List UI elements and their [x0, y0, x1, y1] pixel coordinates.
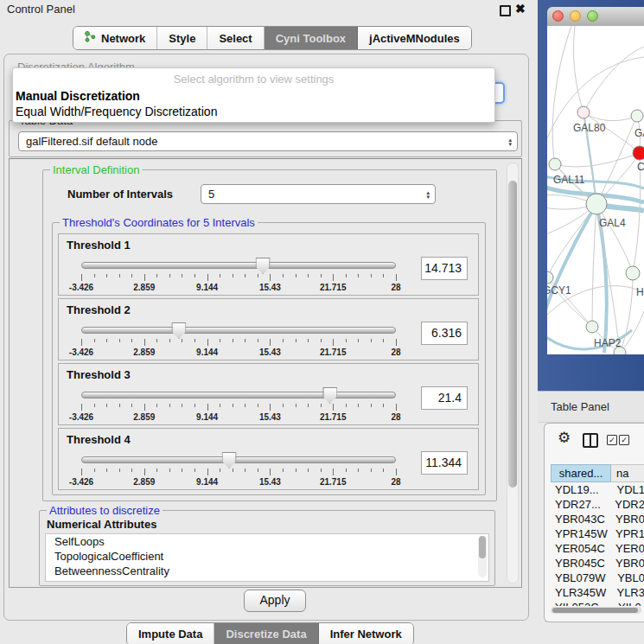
scrollbar-thumb[interactable]	[508, 181, 517, 488]
network-window-titlebar[interactable]	[547, 7, 644, 27]
number-of-intervals-combobox[interactable]: 5 ▴▾	[201, 184, 436, 204]
slider-track[interactable]	[81, 392, 396, 399]
slider-tick	[333, 404, 334, 411]
close-icon[interactable]: ✖	[515, 2, 526, 16]
table-row[interactable]: YLR345WYLR3	[551, 585, 644, 600]
cell-shared-name[interactable]: YIL052C	[551, 601, 611, 606]
slider-track[interactable]	[81, 327, 396, 334]
control-panel-title: Control Panel	[7, 3, 75, 16]
cell-shared-name[interactable]: YBL079W	[551, 571, 610, 584]
cell-shared-name[interactable]: YPR145W	[551, 527, 609, 540]
scrollbar-thumb[interactable]	[552, 608, 638, 613]
threshold-slider[interactable]: -3.4262.8599.14415.4321.71528	[81, 322, 396, 358]
cell-name[interactable]: YDL1	[609, 483, 644, 496]
scrollbar-thumb[interactable]	[479, 536, 486, 558]
cell-name[interactable]: YLR3	[609, 586, 644, 599]
threshold-value-field[interactable]: 6.316	[421, 322, 468, 345]
tab-jactivemnodules[interactable]: jActiveMNodules	[358, 27, 471, 49]
checkbox-icon[interactable]: ✓	[619, 435, 629, 445]
cell-shared-name[interactable]: YBR045C	[551, 557, 609, 570]
cell-name[interactable]: YER0	[609, 542, 644, 555]
column-header-shared[interactable]: shared...	[551, 464, 611, 482]
tab-infer-network[interactable]: Infer Network	[319, 623, 413, 644]
dropdown-option-equal-width-frequency[interactable]: Equal Width/Frequency Discretization	[16, 105, 217, 118]
tab-label: Network	[101, 32, 145, 45]
slider-tick	[346, 274, 347, 277]
node-gal80[interactable]	[577, 106, 590, 118]
node-h[interactable]	[626, 266, 640, 280]
tab-cyni-toolbox[interactable]: Cyni Toolbox	[265, 27, 358, 49]
table-row[interactable]: YER054CYER0	[551, 541, 644, 556]
node-g[interactable]	[631, 110, 643, 122]
cell-name[interactable]: YBR0	[609, 557, 644, 570]
zoom-traffic-light[interactable]	[587, 10, 598, 22]
cell-name[interactable]: YIL0	[611, 601, 644, 606]
threshold-slider[interactable]: -3.4262.8599.14415.4321.71528	[81, 451, 396, 488]
table-row[interactable]: YBR043CYBR0	[551, 512, 644, 526]
table-row[interactable]: YIL052CYIL0	[551, 600, 644, 606]
attribute-item-selfloops[interactable]: SelfLoops	[46, 534, 488, 549]
tab-style[interactable]: Style	[157, 27, 207, 49]
slider-thumb[interactable]	[171, 322, 186, 339]
slider-thumb[interactable]	[222, 452, 237, 469]
float-window-icon[interactable]	[500, 5, 511, 16]
cell-name[interactable]: YPR1	[609, 527, 644, 540]
threshold-value-field[interactable]: 21.4	[421, 386, 468, 410]
table-row[interactable]: YPR145WYPR1	[551, 526, 644, 541]
network-canvas[interactable]: GAL80GACGAL11GAL4GCY1HHAP2	[547, 26, 644, 354]
node-selected-red[interactable]	[633, 146, 644, 160]
node-gal4[interactable]	[586, 194, 607, 214]
table-row[interactable]: YBR045CYBR0	[551, 556, 644, 571]
dropdown-placeholder-item[interactable]: Select algorithm to view settings	[13, 73, 494, 86]
slider-tick	[81, 274, 82, 281]
gear-icon[interactable]: ⚙	[558, 430, 571, 445]
attribute-item-betweennesscentrality[interactable]: BetweennessCentrality	[46, 564, 488, 578]
threshold-value-field[interactable]: 14.713	[421, 257, 468, 280]
column-header-name[interactable]: na	[611, 464, 644, 482]
threshold-slider[interactable]: -3.4262.8599.14415.4321.71528	[81, 386, 396, 423]
tab-discretize-data[interactable]: Discretize Data	[214, 623, 318, 644]
table-row[interactable]: YDL19...YDL1	[551, 482, 644, 497]
table-row[interactable]: YBL079WYBL0	[551, 571, 644, 585]
cell-name[interactable]: YBL0	[610, 571, 644, 584]
split-columns-icon[interactable]	[583, 433, 598, 448]
threshold-label: Threshold 1	[67, 239, 131, 252]
slider-tick	[169, 339, 170, 342]
table-horizontal-scrollbar[interactable]	[551, 607, 641, 614]
tab-network[interactable]: Network	[73, 27, 157, 49]
table-header-row: shared... na	[551, 464, 644, 482]
cell-shared-name[interactable]: YBR043C	[551, 513, 609, 526]
algorithm-dropdown-popup: Select algorithm to view settings Manual…	[12, 67, 495, 123]
tab-select[interactable]: Select	[207, 27, 264, 49]
numerical-attributes-list[interactable]: SelfLoopsTopologicalCoefficientBetweenne…	[45, 533, 489, 582]
slider-tick-label: 15.43	[259, 283, 281, 292]
threshold-slider[interactable]: -3.4262.8599.14415.4321.71528	[81, 257, 396, 293]
slider-thumb[interactable]	[256, 258, 271, 274]
dropdown-option-manual-discretization[interactable]: Manual Discretization	[16, 89, 140, 103]
minimize-traffic-light[interactable]	[570, 10, 581, 22]
apply-button[interactable]: Apply	[244, 590, 306, 612]
cell-shared-name[interactable]: YDL19...	[551, 483, 609, 496]
cell-shared-name[interactable]: YER054C	[551, 542, 609, 555]
node-gal11[interactable]	[549, 158, 561, 170]
attributes-list-scrollbar[interactable]	[478, 536, 487, 577]
cell-name[interactable]: YBR0	[609, 513, 644, 526]
slider-thumb[interactable]	[322, 387, 337, 404]
table-row[interactable]: YDR27...YDR2	[551, 497, 644, 512]
tab-impute-data[interactable]: Impute Data	[127, 623, 214, 644]
checkbox-icon[interactable]: ✓	[607, 435, 617, 445]
settings-vertical-scrollbar[interactable]	[507, 163, 519, 583]
slider-tick	[233, 274, 233, 277]
node-gcy1[interactable]	[547, 271, 553, 284]
table-data-combobox[interactable]: galFiltered.sif default node ▴▾	[18, 131, 518, 151]
close-traffic-light[interactable]	[552, 10, 564, 22]
cell-name[interactable]: YDR2	[608, 498, 644, 511]
slider-track[interactable]	[81, 262, 396, 269]
spinner-arrows-icon: ▴▾	[426, 190, 430, 199]
node-hap2[interactable]	[586, 321, 598, 333]
cell-shared-name[interactable]: YDR27...	[551, 498, 608, 511]
slider-track[interactable]	[81, 456, 396, 463]
threshold-value-field[interactable]: 11.344	[421, 451, 468, 475]
cell-shared-name[interactable]: YLR345W	[551, 586, 609, 599]
attribute-item-topologicalcoefficient[interactable]: TopologicalCoefficient	[46, 549, 488, 564]
